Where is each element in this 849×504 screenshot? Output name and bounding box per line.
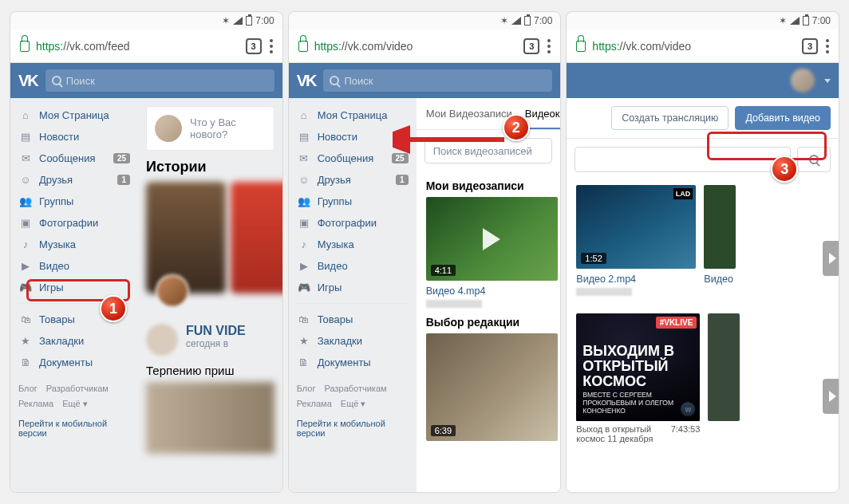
header-avatar[interactable] <box>791 69 815 93</box>
nav-photos[interactable]: ▣Фотографии <box>10 212 138 234</box>
nav-my-page[interactable]: ⌂Моя Страница <box>289 104 417 126</box>
video-thumb[interactable] <box>704 185 736 269</box>
clock: 7:00 <box>534 15 552 26</box>
video-title[interactable]: Видео 2.mp4 <box>576 274 696 285</box>
nav-video[interactable]: ▶Видео <box>289 255 417 277</box>
video-thumb[interactable]: LAD 1:52 <box>576 185 696 269</box>
carousel-next-icon[interactable] <box>823 241 839 276</box>
footer-ads[interactable]: Реклама <box>18 399 53 408</box>
sidebar: ⌂Моя Страница ▤Новости ✉Сообщения25 ☺Дру… <box>10 98 138 492</box>
signal-icon <box>233 17 243 25</box>
video-thumb[interactable] <box>708 313 740 421</box>
video-subtitle-blur <box>426 300 482 308</box>
footer-mobile-link[interactable]: Перейти к мобильной версии <box>10 419 138 446</box>
music-icon: ♪ <box>18 238 33 250</box>
vk-logo-icon[interactable]: VK <box>297 72 316 90</box>
vk-search-box[interactable]: Поиск <box>45 69 274 92</box>
nav-news[interactable]: ▤Новости <box>10 126 138 148</box>
story-thumb[interactable] <box>231 182 282 293</box>
browser-address-bar[interactable]: https://vk.com/video 3 <box>289 30 561 63</box>
video-card[interactable] <box>708 313 740 421</box>
signal-icon <box>511 17 521 25</box>
feed-content: Что у Вас нового? Истории FUN VIDE сегод… <box>138 98 282 492</box>
url-text[interactable]: https://vk.com/video <box>592 40 796 53</box>
story-thumb[interactable] <box>146 182 226 293</box>
nav-my-page[interactable]: ⌂Моя Страница <box>10 104 138 126</box>
footer-links: Блог Разработчикам Реклама Ещё ▾ <box>10 373 138 419</box>
stories-row[interactable] <box>138 182 282 316</box>
tabs-count-button[interactable]: 3 <box>802 38 818 54</box>
video-card[interactable]: 4:11 Видео 4.mp4 <box>426 197 558 308</box>
video-title[interactable]: Видео 1 <box>704 274 736 285</box>
nav-games[interactable]: 🎮Игры <box>289 277 417 298</box>
vk-search-box[interactable]: Поиск <box>323 69 552 92</box>
games-icon: 🎮 <box>297 282 311 293</box>
footer-devs[interactable]: Разработчикам <box>46 384 109 393</box>
footer-blog[interactable]: Блог <box>18 384 38 393</box>
feed-strip-thumb[interactable] <box>146 382 274 454</box>
wifi-icon: ✶ <box>222 15 230 26</box>
browser-menu-icon[interactable] <box>546 39 552 53</box>
nav-messages[interactable]: ✉Сообщения25 <box>10 148 138 169</box>
video-card[interactable]: LAD 1:52 Видео 2.mp4 <box>576 185 696 296</box>
vk-logo-icon[interactable]: VK <box>18 72 38 90</box>
nav-video[interactable]: ▶Видео <box>10 255 138 277</box>
video-thumb[interactable]: #VKLIVE w ВЫХОДИМ В ОТКРЫТЫЙ КОСМОС ВМЕС… <box>576 313 700 421</box>
nav-docs[interactable]: 🗎Документы <box>10 352 138 373</box>
video-tabs: Мои Видеозаписи Видеок <box>417 98 561 130</box>
video-thumb[interactable]: 4:11 <box>426 197 558 281</box>
video-search-input[interactable]: . <box>575 147 791 172</box>
groups-icon: 👥 <box>18 195 33 207</box>
nav-music[interactable]: ♪Музыка <box>10 234 138 255</box>
camera-icon: ▣ <box>297 217 311 229</box>
browser-address-bar[interactable]: https://vk.com/feed 3 <box>10 30 282 63</box>
carousel-next-icon[interactable] <box>823 379 839 414</box>
nav-bookmarks[interactable]: ★Закладки <box>289 330 417 352</box>
nav-bookmarks[interactable]: ★Закладки <box>10 330 138 352</box>
url-text[interactable]: https://vk.com/feed <box>36 40 239 53</box>
footer-blog[interactable]: Блог <box>297 384 316 393</box>
footer-more[interactable]: Ещё ▾ <box>62 399 88 408</box>
chevron-down-icon[interactable] <box>824 79 831 83</box>
video-card[interactable]: #VKLIVE w ВЫХОДИМ В ОТКРЫТЫЙ КОСМОС ВМЕС… <box>576 313 700 443</box>
feed-post[interactable]: FUN VIDE сегодня в <box>146 324 274 356</box>
tabs-count-button[interactable]: 3 <box>246 38 262 54</box>
browser-menu-icon[interactable] <box>824 39 831 53</box>
video-card[interactable]: Видео 1 <box>704 185 736 285</box>
url-text[interactable]: https://vk.com/video <box>314 40 518 53</box>
browser-address-bar[interactable]: https://vk.com/video 3 <box>567 30 839 63</box>
nav-friends[interactable]: ☺Друзья1 <box>10 169 138 191</box>
video-search-input[interactable]: Поиск видеозаписей <box>424 138 553 163</box>
composer[interactable]: Что у Вас нового? <box>146 106 274 151</box>
nav-games[interactable]: 🎮Игры <box>10 277 138 298</box>
video-search-button[interactable] <box>797 147 831 172</box>
video-card[interactable]: 6:39 <box>426 333 558 441</box>
video-search-row: . <box>567 139 839 180</box>
nav-groups[interactable]: 👥Группы <box>289 191 417 212</box>
nav-news[interactable]: ▤Новости <box>289 126 417 148</box>
nav-photos[interactable]: ▣Фотографии <box>289 212 417 234</box>
tabs-count-button[interactable]: 3 <box>523 38 539 54</box>
friends-icon: ☺ <box>18 174 33 186</box>
vk-header: VK Поиск <box>289 63 561 98</box>
add-video-button[interactable]: Добавить видео <box>735 106 831 130</box>
video-thumb[interactable]: 6:39 <box>426 333 558 441</box>
footer-ads[interactable]: Реклама <box>297 399 332 408</box>
nav-docs[interactable]: 🗎Документы <box>289 352 417 373</box>
video-title[interactable]: Видео 4.mp4 <box>426 285 558 297</box>
panel-2-video: ✶ 7:00 https://vk.com/video 3 VK Поиск ⌂… <box>288 11 562 493</box>
android-status-bar: ✶ 7:00 <box>567 12 839 30</box>
nav-music[interactable]: ♪Музыка <box>289 234 417 255</box>
nav-market[interactable]: 🛍Товары <box>289 309 417 330</box>
nav-friends[interactable]: ☺Друзья1 <box>289 169 417 191</box>
create-stream-button[interactable]: Создать трансляцию <box>611 106 729 130</box>
footer-devs[interactable]: Разработчикам <box>325 384 387 393</box>
browser-menu-icon[interactable] <box>268 39 274 53</box>
nav-messages[interactable]: ✉Сообщения25 <box>289 148 417 169</box>
nav-groups[interactable]: 👥Группы <box>10 191 138 212</box>
android-status-bar: ✶ 7:00 <box>289 12 561 30</box>
footer-mobile-link[interactable]: Перейти к мобильной версии <box>289 419 417 446</box>
footer-more[interactable]: Ещё ▾ <box>341 399 366 408</box>
post-author[interactable]: FUN VIDE <box>186 324 246 338</box>
editorial-caption: Выход в открытый космос 11 декабря <box>576 424 665 443</box>
